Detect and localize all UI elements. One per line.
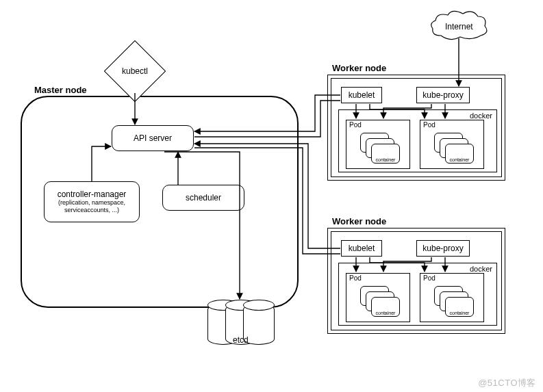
worker1-docker-box: docker Pod container Pod container	[338, 109, 497, 172]
worker2-kubelet-label: kubelet	[349, 244, 375, 253]
kubectl-diamond: kubectl	[113, 49, 157, 93]
master-node-title: Master node	[34, 85, 87, 95]
api-server-box: API server	[112, 125, 194, 151]
worker1-pod-a-container-label: container	[376, 157, 396, 162]
worker2-kube-proxy-label: kube-proxy	[422, 244, 463, 253]
worker2-pod-a: Pod container	[346, 273, 410, 322]
worker1-pod-b: Pod container	[420, 120, 484, 169]
internet-label: Internet	[445, 22, 473, 31]
controller-manager-sub: (replication, namespace, serviceaccounts…	[47, 199, 136, 214]
worker2-kube-proxy: kube-proxy	[416, 240, 470, 257]
api-server-label: API server	[134, 133, 172, 143]
worker1-pod-a: Pod container	[346, 120, 410, 169]
controller-manager-box: controller-manager (replication, namespa…	[44, 181, 140, 222]
etcd-cluster	[207, 300, 283, 354]
worker2-pod-b-container-label: container	[450, 311, 470, 315]
worker1-pod-b-container-label: container	[450, 157, 470, 162]
worker1-docker-label: docker	[470, 112, 492, 120]
worker-node-1-title: Worker node	[332, 63, 386, 73]
worker2-pod-a-label: Pod	[349, 274, 362, 282]
diagram-stage: Master node kubectl API server controlle…	[0, 0, 543, 392]
watermark: @51CTO博客	[478, 377, 536, 389]
worker1-kubelet-label: kubelet	[349, 90, 375, 100]
scheduler-label: scheduler	[186, 193, 221, 202]
etcd-label: etcd	[233, 335, 249, 345]
worker2-kubelet: kubelet	[341, 240, 382, 257]
scheduler-box: scheduler	[162, 185, 244, 211]
worker1-kubelet: kubelet	[341, 87, 382, 103]
kubectl-label: kubectl	[114, 66, 156, 76]
controller-manager-title: controller-manager	[58, 190, 127, 199]
worker1-kube-proxy-label: kube-proxy	[422, 90, 463, 100]
worker2-docker-label: docker	[470, 265, 492, 273]
worker1-kube-proxy: kube-proxy	[416, 87, 470, 103]
worker2-pod-b: Pod container	[420, 273, 484, 322]
worker2-docker-box: docker Pod container Pod container	[338, 263, 497, 326]
worker2-pod-a-container-label: container	[376, 311, 396, 315]
worker1-pod-a-label: Pod	[349, 121, 362, 129]
worker-node-2-title: Worker node	[332, 216, 386, 226]
worker1-pod-b-label: Pod	[423, 121, 435, 129]
worker2-pod-b-label: Pod	[423, 274, 435, 282]
